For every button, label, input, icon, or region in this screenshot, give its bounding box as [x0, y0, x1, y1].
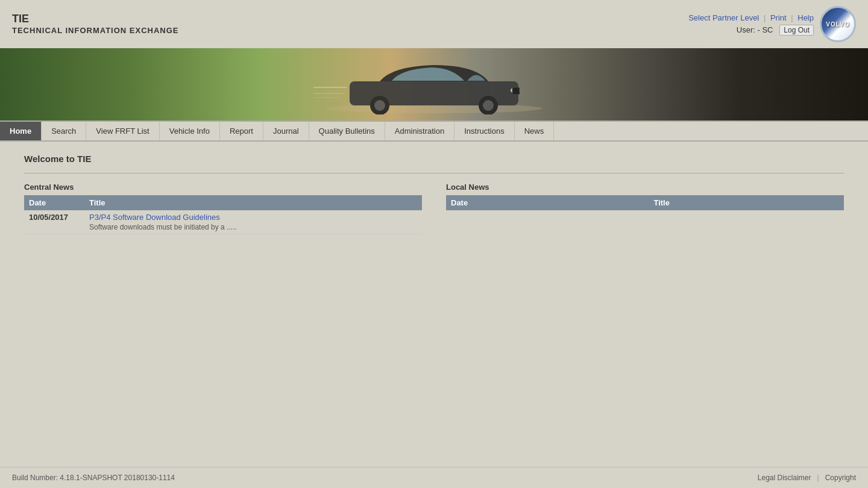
volvo-logo-text: VOLVO	[826, 21, 849, 28]
nav-item-view-frft-list[interactable]: View FRFT List	[86, 122, 159, 140]
central-col-title: Title	[84, 195, 422, 210]
content-divider	[24, 173, 844, 174]
sep1: |	[764, 13, 768, 22]
local-news-section: Local News Date Title	[446, 183, 844, 234]
car-illustration	[313, 54, 555, 114]
header-right: Select Partner Level | Print | Help User…	[688, 6, 856, 42]
help-link[interactable]: Help	[797, 13, 814, 22]
news-title-link[interactable]: P3/P4 Software Download Guidelines	[89, 213, 220, 222]
select-partner-link[interactable]: Select Partner Level	[688, 13, 759, 22]
news-description: Software downloads must be initiated by …	[89, 223, 417, 231]
header: TIE TECHNICAL INFORMATION EXCHANGE Selec…	[0, 0, 868, 48]
news-content: P3/P4 Software Download Guidelines Softw…	[84, 210, 422, 234]
user-sc: - SC	[757, 25, 773, 34]
nav-item-quality-bulletins[interactable]: Quality Bulletins	[309, 122, 385, 140]
main-content: Welcome to TIE Central News Date Title 1…	[0, 142, 868, 322]
header-links: Select Partner Level | Print | Help User…	[688, 13, 814, 36]
nav-item-journal[interactable]: Journal	[263, 122, 309, 140]
central-col-date: Date	[24, 195, 84, 210]
nav-item-administration[interactable]: Administration	[385, 122, 454, 140]
logout-button[interactable]: Log Out	[779, 25, 814, 36]
svg-point-3	[374, 100, 385, 111]
central-news-table: Date Title 10/05/2017 P3/P4 Software Dow…	[24, 195, 422, 234]
welcome-title: Welcome to TIE	[24, 154, 844, 164]
local-col-title: Title	[649, 195, 844, 210]
logo-title: TIE	[12, 13, 179, 26]
central-news-section: Central News Date Title 10/05/2017 P3/P4…	[24, 183, 422, 234]
nav-item-report[interactable]: Report	[220, 122, 263, 140]
nav-item-search[interactable]: Search	[42, 122, 86, 140]
svg-point-5	[483, 100, 494, 111]
nav-item-home[interactable]: Home	[0, 122, 42, 140]
news-date: 10/05/2017	[24, 210, 84, 234]
hero-overlay	[0, 48, 868, 120]
user-line: User: - SC Log Out	[688, 25, 814, 36]
local-news-title: Local News	[446, 183, 844, 192]
sep2: |	[791, 13, 795, 22]
nav-item-vehicle-info[interactable]: Vehicle Info	[160, 122, 220, 140]
logo-subtitle: TECHNICAL INFORMATION EXCHANGE	[12, 26, 179, 36]
central-news-title: Central News	[24, 183, 422, 192]
table-row: 10/05/2017 P3/P4 Software Download Guide…	[24, 210, 422, 234]
navbar: HomeSearchView FRFT ListVehicle InfoRepo…	[0, 120, 868, 142]
nav-item-news[interactable]: News	[515, 122, 555, 140]
nav-item-instructions[interactable]: Instructions	[454, 122, 514, 140]
volvo-logo: VOLVO	[820, 6, 856, 42]
local-news-table: Date Title	[446, 195, 844, 210]
print-link[interactable]: Print	[770, 13, 787, 22]
user-label: User:	[737, 25, 755, 34]
logo: TIE TECHNICAL INFORMATION EXCHANGE	[12, 13, 179, 35]
hero-banner	[0, 48, 868, 120]
header-links-top: Select Partner Level | Print | Help	[688, 13, 814, 22]
local-col-date: Date	[446, 195, 649, 210]
news-container: Central News Date Title 10/05/2017 P3/P4…	[24, 183, 844, 234]
svg-rect-10	[512, 87, 520, 95]
